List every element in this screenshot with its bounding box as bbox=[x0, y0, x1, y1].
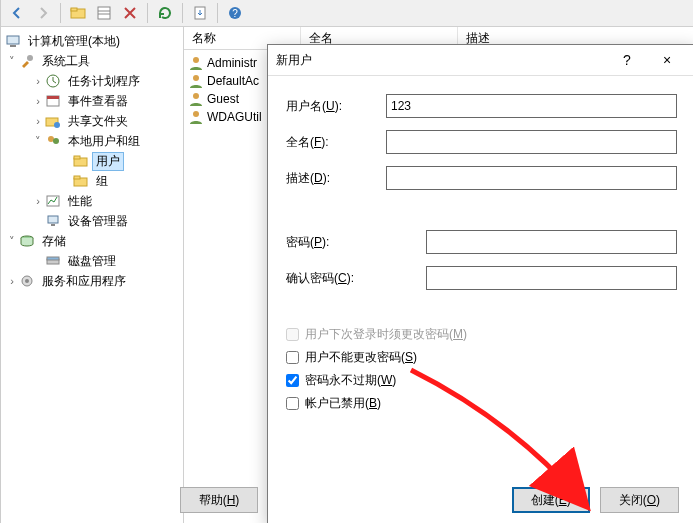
tree-node-performance[interactable]: › 性能 bbox=[3, 191, 183, 211]
collapse-icon[interactable]: ˅ bbox=[31, 135, 45, 148]
svg-rect-27 bbox=[47, 257, 59, 260]
tree-root-label: 计算机管理(本地) bbox=[24, 32, 124, 51]
folder-icon bbox=[73, 173, 89, 189]
storage-icon bbox=[19, 233, 35, 249]
checkbox-must-change-password: 用户下次登录时须更改密码(M) bbox=[286, 326, 677, 343]
expand-icon[interactable]: › bbox=[31, 75, 45, 87]
svg-point-31 bbox=[193, 75, 199, 81]
svg-point-32 bbox=[193, 93, 199, 99]
confirm-password-label: 确认密码(C): bbox=[286, 270, 426, 287]
tree-node-local-users-groups[interactable]: ˅ 本地用户和组 bbox=[3, 131, 183, 151]
svg-rect-2 bbox=[98, 7, 110, 19]
share-icon bbox=[45, 113, 61, 129]
expand-icon[interactable]: › bbox=[5, 275, 19, 287]
user-icon bbox=[188, 91, 204, 107]
svg-point-17 bbox=[53, 138, 59, 144]
svg-rect-9 bbox=[10, 45, 16, 47]
toolbar-delete-icon[interactable] bbox=[118, 1, 142, 25]
new-user-dialog: 新用户 ? × 用户名(U): 全名(F): 描述(D): 密码(P): bbox=[267, 44, 693, 523]
confirm-password-input[interactable] bbox=[426, 266, 677, 290]
svg-rect-21 bbox=[74, 176, 80, 179]
never-expires-checkbox[interactable] bbox=[286, 374, 299, 387]
field-confirm-password: 确认密码(C): bbox=[286, 266, 677, 290]
toolbar-export-icon[interactable] bbox=[188, 1, 212, 25]
field-password: 密码(P): bbox=[286, 230, 677, 254]
nav-tree[interactable]: 计算机管理(本地) ˅ 系统工具 › 任务计划程序 › 事件查看器 bbox=[1, 27, 184, 523]
tree-root-node[interactable]: 计算机管理(本地) bbox=[3, 31, 183, 51]
toolbar-properties-icon[interactable] bbox=[92, 1, 116, 25]
dialog-title: 新用户 bbox=[276, 52, 607, 69]
users-icon bbox=[45, 133, 61, 149]
toolbar-back-icon[interactable] bbox=[5, 1, 29, 25]
svg-text:?: ? bbox=[232, 8, 238, 19]
computer-icon bbox=[5, 33, 21, 49]
svg-point-15 bbox=[54, 122, 60, 128]
expand-icon[interactable]: › bbox=[31, 95, 45, 107]
device-icon bbox=[45, 213, 61, 229]
help-button[interactable]: 帮助(H) bbox=[180, 487, 259, 513]
svg-point-10 bbox=[27, 55, 33, 61]
fullname-label: 全名(F): bbox=[286, 134, 386, 151]
toolbar-help-icon[interactable]: ? bbox=[223, 1, 247, 25]
fullname-input[interactable] bbox=[386, 130, 677, 154]
svg-rect-19 bbox=[74, 156, 80, 159]
tools-icon bbox=[19, 53, 35, 69]
event-icon bbox=[45, 93, 61, 109]
svg-rect-23 bbox=[48, 216, 58, 223]
user-icon bbox=[188, 109, 204, 125]
tree-node-system-tools[interactable]: ˅ 系统工具 bbox=[3, 51, 183, 71]
username-input[interactable] bbox=[386, 94, 677, 118]
tree-node-disk-management[interactable]: 磁盘管理 bbox=[3, 251, 183, 271]
password-input[interactable] bbox=[426, 230, 677, 254]
toolbar: ? bbox=[1, 0, 693, 27]
perf-icon bbox=[45, 193, 61, 209]
checkbox-never-expires[interactable]: 密码永不过期(W) bbox=[286, 372, 677, 389]
user-icon bbox=[188, 55, 204, 71]
dialog-titlebar[interactable]: 新用户 ? × bbox=[268, 45, 693, 76]
svg-point-33 bbox=[193, 111, 199, 117]
account-disabled-checkbox[interactable] bbox=[286, 397, 299, 410]
toolbar-forward-icon[interactable] bbox=[31, 1, 55, 25]
expand-icon[interactable]: › bbox=[31, 115, 45, 127]
svg-point-30 bbox=[193, 57, 199, 63]
dialog-help-icon[interactable]: ? bbox=[607, 46, 647, 74]
service-icon bbox=[19, 273, 35, 289]
user-icon bbox=[188, 73, 204, 89]
collapse-icon[interactable]: ˅ bbox=[5, 235, 19, 248]
toolbar-refresh-icon[interactable] bbox=[153, 1, 177, 25]
checkbox-account-disabled[interactable]: 帐户已禁用(B) bbox=[286, 395, 677, 412]
password-label: 密码(P): bbox=[286, 234, 426, 251]
description-label: 描述(D): bbox=[286, 170, 386, 187]
close-button[interactable]: 关闭(O) bbox=[600, 487, 679, 513]
tree-node-groups[interactable]: 组 bbox=[3, 171, 183, 191]
checkbox-cannot-change-password[interactable]: 用户不能更改密码(S) bbox=[286, 349, 677, 366]
username-label: 用户名(U): bbox=[286, 98, 386, 115]
cannot-change-checkbox[interactable] bbox=[286, 351, 299, 364]
tree-node-users[interactable]: 用户 bbox=[3, 151, 183, 171]
field-description: 描述(D): bbox=[286, 166, 677, 190]
dialog-close-icon[interactable]: × bbox=[647, 46, 687, 74]
tree-node-device-manager[interactable]: 设备管理器 bbox=[3, 211, 183, 231]
tree-node-event-viewer[interactable]: › 事件查看器 bbox=[3, 91, 183, 111]
expand-icon[interactable]: › bbox=[31, 195, 45, 207]
folder-icon bbox=[73, 153, 89, 169]
svg-rect-8 bbox=[7, 36, 19, 44]
create-button[interactable]: 创建(E) bbox=[512, 487, 590, 513]
collapse-icon[interactable]: ˅ bbox=[5, 55, 19, 68]
tree-node-shared-folders[interactable]: › 共享文件夹 bbox=[3, 111, 183, 131]
disk-icon bbox=[45, 253, 61, 269]
field-fullname: 全名(F): bbox=[286, 130, 677, 154]
must-change-checkbox bbox=[286, 328, 299, 341]
toolbar-folder-icon[interactable] bbox=[66, 1, 90, 25]
tree-node-storage[interactable]: ˅ 存储 bbox=[3, 231, 183, 251]
tree-node-task-scheduler[interactable]: › 任务计划程序 bbox=[3, 71, 183, 91]
svg-rect-1 bbox=[71, 8, 77, 11]
description-input[interactable] bbox=[386, 166, 677, 190]
svg-point-29 bbox=[25, 279, 29, 283]
tree-node-services-apps[interactable]: › 服务和应用程序 bbox=[3, 271, 183, 291]
clock-icon bbox=[45, 73, 61, 89]
svg-rect-13 bbox=[47, 96, 59, 99]
field-username: 用户名(U): bbox=[286, 94, 677, 118]
svg-rect-24 bbox=[51, 224, 55, 226]
